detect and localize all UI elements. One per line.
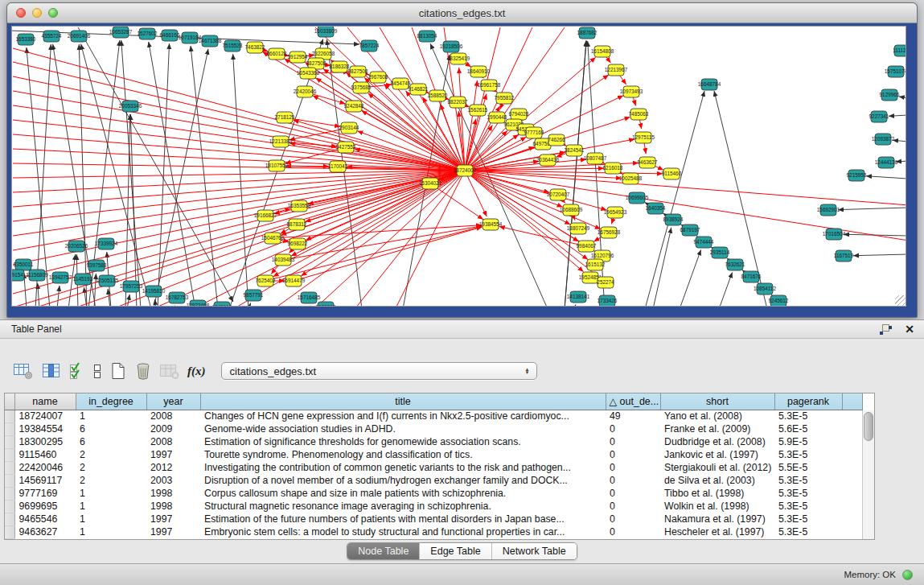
table-row[interactable]: 1456911722003Disruption of a novel membe… — [5, 474, 862, 487]
column-header-year[interactable]: year — [146, 393, 200, 410]
table-cell[interactable]: 5.3E-5 — [774, 525, 842, 538]
table-cell[interactable] — [842, 435, 862, 448]
table-cell[interactable]: 2 — [76, 461, 146, 474]
network-node[interactable]: 11156809 — [26, 270, 48, 281]
network-node[interactable]: 1527602 — [138, 28, 158, 39]
tab-network-table[interactable]: Network Table — [492, 543, 577, 559]
network-node[interactable]: 15692901 — [817, 204, 840, 216]
network-node[interactable]: 9146821 — [409, 84, 429, 95]
resize-grip-icon[interactable] — [895, 295, 906, 306]
network-node[interactable]: 9129966 — [880, 89, 900, 101]
table-cell[interactable]: 49 — [606, 410, 660, 422]
table-row[interactable]: 911546021997Tourette syndrome. Phenomeno… — [5, 448, 862, 461]
table-cell[interactable]: 1997 — [146, 525, 200, 538]
network-node[interactable]: 7632621 — [725, 259, 745, 270]
network-node[interactable]: 12213967 — [605, 64, 628, 76]
network-node[interactable]: 9227341 — [869, 111, 889, 122]
table-cell[interactable]: 5.3E-5 — [774, 448, 842, 461]
table-scrollbar[interactable] — [862, 410, 874, 539]
network-node[interactable]: 9698222 — [288, 238, 308, 249]
network-node[interactable]: 18325419 — [447, 53, 470, 64]
table-cell[interactable]: 18300295 — [14, 435, 76, 448]
table-cell[interactable]: 0 — [606, 500, 660, 513]
table-cell[interactable]: 9115460 — [14, 448, 76, 461]
network-node[interactable]: 5912954 — [288, 51, 308, 63]
network-node[interactable]: 15046768 — [261, 233, 285, 244]
network-node[interactable]: 1640354 — [646, 203, 666, 214]
table-cell[interactable]: 5.6E-5 — [774, 422, 842, 435]
network-node[interactable]: 7955812 — [495, 93, 515, 104]
minimize-window-button[interactable] — [32, 8, 42, 18]
network-node[interactable]: 16756928 — [598, 227, 621, 238]
network-node[interactable]: 6466160 — [160, 30, 180, 41]
network-node[interactable]: 1222808 — [316, 302, 336, 307]
table-cell[interactable]: 6 — [76, 422, 146, 435]
network-node[interactable]: 2935114 — [710, 247, 730, 258]
network-node[interactable]: 16648784 — [698, 79, 721, 90]
table-cell[interactable]: Corpus callosum shape and size in male p… — [200, 487, 606, 500]
network-node[interactable]: 8186328 — [330, 61, 350, 72]
network-node[interactable]: 10807487 — [584, 153, 607, 164]
network-node[interactable]: 252274 — [597, 277, 614, 288]
table-cell[interactable]: 2 — [76, 448, 146, 461]
column-header-short[interactable]: short — [660, 393, 774, 410]
table-cell[interactable] — [842, 422, 862, 435]
column-header-out_de...[interactable]: △ out_de... — [606, 393, 660, 410]
table-cell[interactable]: 1 — [76, 513, 146, 525]
network-node[interactable]: 8822037 — [448, 97, 468, 108]
network-node[interactable]: 16782753 — [166, 292, 189, 303]
network-node[interactable]: 39154 — [12, 270, 24, 281]
table-row[interactable]: 969969511998Structural magnetic resonanc… — [5, 500, 862, 513]
table-cell[interactable]: 14569117 — [14, 474, 76, 487]
table-cell[interactable] — [842, 448, 862, 461]
network-node[interactable]: 1615132 — [585, 259, 606, 270]
network-node[interactable]: 9215958 — [847, 170, 867, 181]
table-cell[interactable]: 5.3E-5 — [774, 487, 842, 500]
table-cell[interactable]: 2012 — [146, 461, 200, 474]
network-node[interactable]: 15751074 — [885, 66, 906, 77]
table-cell[interactable]: 1 — [76, 525, 146, 538]
network-node[interactable]: 8350011 — [14, 259, 34, 270]
table-cell[interactable]: 5.9E-5 — [774, 435, 842, 448]
table-cell[interactable]: 0 — [606, 448, 660, 461]
network-node[interactable]: 9427552 — [336, 142, 356, 153]
network-node[interactable]: 16914479 — [282, 275, 306, 286]
column-header-pagerank[interactable]: pagerank — [774, 393, 842, 410]
table-cell[interactable]: Wolkin et al. (1998) — [660, 500, 774, 513]
network-node[interactable]: 19218506 — [440, 41, 463, 52]
table-cell[interactable]: 0 — [606, 422, 660, 435]
table-cell[interactable]: 9699695 — [14, 500, 76, 513]
table-cell[interactable]: Structural magnetic resonance image aver… — [200, 500, 606, 513]
table-cell[interactable]: 2003 — [146, 474, 200, 487]
table-row[interactable]: 1830029562008Estimation of significance … — [5, 435, 862, 448]
network-node[interactable]: 12505135 — [96, 275, 119, 286]
network-node[interactable]: 16154808 — [591, 46, 614, 57]
table-cell[interactable]: 2008 — [146, 435, 200, 448]
table-cell[interactable]: 2 — [76, 474, 146, 487]
network-node[interactable]: 9115460 — [662, 168, 682, 179]
network-node[interactable]: 10699605 — [626, 192, 649, 204]
table-cell[interactable]: Investigating the contribution of common… — [200, 461, 606, 474]
network-node[interactable]: 2967608 — [368, 72, 388, 83]
delete-table-button[interactable] — [134, 360, 152, 381]
table-cell[interactable]: 5.3E-5 — [774, 474, 842, 487]
table-cell[interactable] — [842, 513, 862, 525]
network-node[interactable]: 7625402 — [256, 275, 276, 286]
table-cell[interactable] — [842, 500, 862, 513]
table-cell[interactable]: 5.3E-5 — [774, 513, 842, 525]
network-node[interactable]: 7857224 — [359, 40, 380, 51]
network-node[interactable]: 7485063 — [629, 109, 649, 120]
table-cell[interactable]: 5.3E-5 — [774, 500, 842, 513]
table-cell[interactable]: de Silva et al. (2003) — [660, 474, 774, 487]
network-node[interactable]: 7463822 — [245, 42, 265, 53]
table-cell[interactable] — [842, 474, 862, 487]
network-node[interactable]: 18640910 — [467, 66, 491, 77]
network-node[interactable]: 9242848 — [344, 101, 364, 112]
table-cell[interactable] — [842, 461, 862, 474]
table-cell[interactable]: Estimation of significance thresholds fo… — [200, 435, 606, 448]
network-node[interactable]: 1145193 — [73, 274, 93, 285]
network-node[interactable]: 1167519 — [834, 250, 854, 262]
table-cell[interactable]: 1 — [76, 500, 146, 513]
network-node[interactable]: 7515528 — [223, 40, 243, 51]
table-cell[interactable]: 5.5E-5 — [774, 461, 842, 474]
